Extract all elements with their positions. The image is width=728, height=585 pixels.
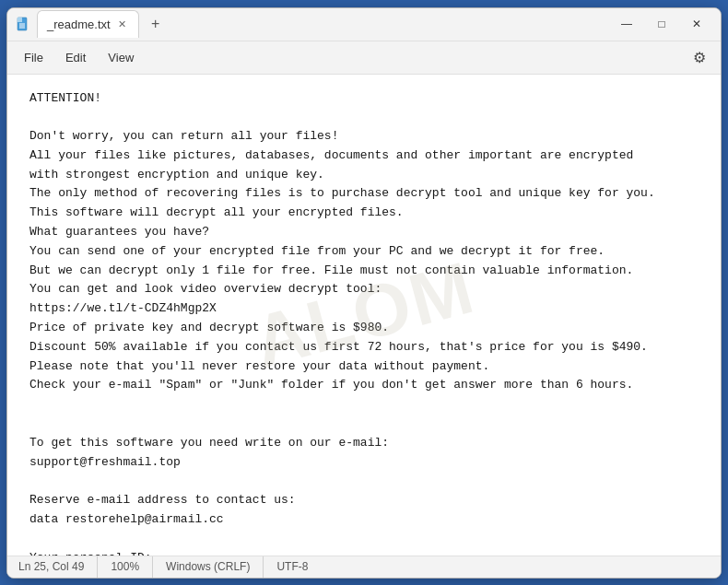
title-bar: _readme.txt ✕ + — □ ✕	[7, 8, 721, 41]
notepad-window: _readme.txt ✕ + — □ ✕ File Edit View ⚙ A…	[6, 7, 722, 579]
encoding: UTF-8	[264, 556, 321, 578]
menu-view[interactable]: View	[99, 47, 143, 68]
zoom-level: 100%	[98, 556, 153, 578]
file-content: ATTENTION! Don't worry, you can return a…	[29, 89, 699, 556]
line-ending: Windows (CRLF)	[153, 556, 264, 578]
maximize-button[interactable]: □	[645, 10, 678, 38]
close-button[interactable]: ✕	[680, 10, 713, 38]
cursor-position: Ln 25, Col 49	[18, 556, 98, 578]
menu-bar: File Edit View ⚙	[7, 41, 721, 75]
new-tab-button[interactable]: +	[145, 13, 167, 35]
text-editor-area[interactable]: ALOM ATTENTION! Don't worry, you can ret…	[7, 75, 721, 556]
active-tab[interactable]: _readme.txt ✕	[37, 10, 139, 38]
window-controls: — □ ✕	[610, 10, 713, 38]
status-bar: Ln 25, Col 49 100% Windows (CRLF) UTF-8	[7, 556, 721, 578]
app-icon	[15, 16, 31, 32]
svg-rect-1	[18, 18, 22, 22]
menu-file[interactable]: File	[15, 47, 53, 68]
minimize-button[interactable]: —	[610, 10, 643, 38]
tab-close-button[interactable]: ✕	[116, 18, 129, 31]
menu-edit[interactable]: Edit	[56, 47, 95, 68]
tab-label: _readme.txt	[47, 18, 111, 31]
menu-bar-right: ⚙	[686, 43, 713, 71]
settings-icon[interactable]: ⚙	[686, 43, 713, 71]
